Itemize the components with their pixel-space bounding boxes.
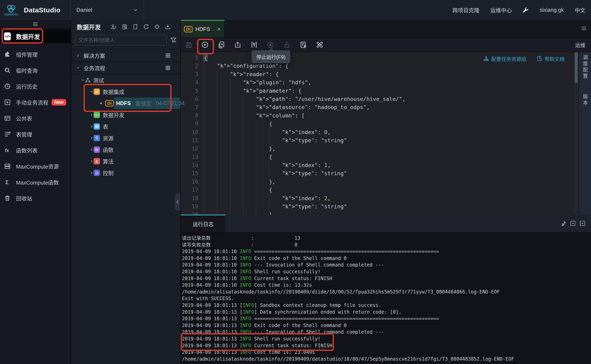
node-label: HDFS [116,100,131,106]
log-line: 2019-04-09 18:01:13 INFO Exit code of th… [182,322,591,329]
tree-node-函数[interactable]: fx函数 [71,144,180,156]
format-button[interactable] [316,41,324,49]
di-node-badge: Di [105,100,114,106]
tab-versions[interactable]: 版本 [581,94,589,106]
sidebar-item-code[interactable]: </>数据开发 [0,30,71,43]
language-switch[interactable]: 中文 [575,6,585,14]
workspace-select[interactable]: Daniel [71,0,144,20]
sidebar-item-trash[interactable]: 回收站 [0,190,71,206]
grid-view-icon[interactable] [165,65,171,71]
log-expand-icon[interactable] [570,220,576,226]
sidebar-item-fx[interactable]: fx函数列表 [0,142,71,158]
resource-group-link[interactable]: 配置任务资源组 [483,55,526,62]
code-icon: </> [93,112,100,118]
grid-view-icon[interactable] [165,53,171,58]
save-button[interactable] [185,41,192,49]
tree-section-1[interactable]: 业务流程 [71,62,180,74]
tab-close-icon[interactable]: ✕ [217,26,221,32]
chevron-right-icon [90,159,93,163]
tab-run-log[interactable]: 运行日志 [181,214,226,232]
tree-section-0[interactable]: 解决方案 [71,50,180,62]
unlock-button[interactable] [283,41,291,49]
tab-schedule-config[interactable]: 调度配置 [581,55,589,79]
run-log-panel: 运行日志 读出记录总数 : 13读写失败总数 [181,214,591,364]
pin-icon[interactable] [560,220,566,226]
username[interactable]: sixiang.gk [540,7,564,13]
di-node-badge: Di [184,26,193,32]
tree-node-表[interactable]: 表 [71,121,180,132]
sidebar-item-search[interactable]: 临时查询 [0,62,71,78]
wrench-icon[interactable] [523,7,529,13]
log-output[interactable]: 读出记录总数 : 13读写失败总数 : 02019-04-09 18:01:10… [181,233,591,364]
tree-node-测试[interactable]: 测试 [71,74,180,86]
tree-node-控制[interactable]: ◎控制 [71,167,180,179]
locate-icon[interactable] [154,24,160,30]
sidebar-item-puzzle[interactable]: 组件管理 [0,46,71,62]
help-doc-link[interactable]: 帮助文档 [537,55,564,62]
nav-collapse-button[interactable] [0,20,71,29]
sidebar-item-manual-flow[interactable]: 手动业务流程New [0,94,71,110]
tree-node-算法[interactable]: ±算法 [71,156,180,167]
sidebar-item-clock[interactable]: 运行历史 [0,78,71,94]
member-icon[interactable] [111,24,117,30]
left-nav-rail: </>数据开发组件管理临时查询运行历史手动业务流程New公共表表管理fx函数列表… [0,20,71,364]
code-line: 4 "k">"plugin": "hdfs", [181,78,574,86]
sidebar-item-label: 回收站 [16,194,32,202]
chevron-right-icon [90,171,93,175]
sidebar-item-mc-resource[interactable]: MaxCompute资源 [0,158,71,174]
log-line: /home/admin/alisatasknode/taskinfo//2019… [182,289,591,295]
log-line: 2019-04-09 18:01:10 INFO Shell run succe… [182,268,591,275]
advanced-run-button[interactable] [218,41,225,49]
cross-project-clone-link[interactable]: 跨项目克隆 [452,6,479,14]
new-file-icon[interactable] [132,24,138,30]
tab-list-menu-icon[interactable] [581,25,587,33]
tree-node-资源[interactable]: 资源 [71,132,180,144]
code-editor[interactable]: 配置任务资源组 帮助文档 1{2 "k">"configuration": {3… [181,52,579,214]
tree-node-数据开发[interactable]: </>数据开发 [71,109,180,121]
code-line: 7 "k">"datasource": "hadoop_to_odps", [181,103,574,111]
panel-collapse-handle[interactable]: ❮ [175,193,180,211]
top-bar: DataWorks DataStudio Daniel 跨项目克隆 运维中心 s… [0,0,591,20]
tree-node-di-HDFS[interactable]: DiHDFS我锁定04-07 21:34 [71,98,180,109]
stop-button[interactable] [267,41,274,49]
editor-column: Di HDFS ✕ 运维 停止运行(F9) 配置任务资源组 [181,20,591,364]
code-line: 15 "k">"type": "string" [181,169,574,177]
brand: DataWorks DataStudio [0,0,71,20]
search-input[interactable] [75,35,167,46]
editor-scrollbar-thumb[interactable] [575,52,578,83]
submit-button[interactable] [234,41,241,49]
ops-center-link[interactable]: 运维中心 [490,6,512,14]
tree-header: 数据开发 [71,20,180,33]
code-line: 6 "k">"path": "/user/hive/warehouse/hive… [181,95,574,103]
sidebar-item-table-manage[interactable]: 表管理 [0,126,71,142]
log-line: 2019-04-09 18:01:10 INFO Cost time is: 1… [182,282,591,289]
filter-icon[interactable] [170,37,177,44]
log-collapse-icon[interactable] [579,220,585,226]
editor-scrollbar[interactable] [574,52,579,214]
refresh-icon[interactable] [143,24,149,30]
trash-icon [4,195,11,202]
run-button[interactable] [201,41,209,49]
audit-icon[interactable] [122,24,127,30]
tree-node-数据集成[interactable]: ⇄数据集成 [71,86,180,98]
tab-hdfs[interactable]: Di HDFS ✕ [181,20,225,38]
ops-button[interactable]: 运维 [575,41,585,49]
section-label: 解决方案 [84,52,105,59]
code-line: 9 { [181,120,574,128]
data-integration-icon: ⇄ [93,89,100,95]
sidebar-item-public-table[interactable]: 公共表 [0,110,71,126]
sidebar-item-sigma[interactable]: ΣMaxCompute函数 [0,174,71,190]
smoke-test-button[interactable] [250,41,258,49]
node-label: 表 [103,123,108,130]
script-log-button[interactable] [299,41,307,49]
clock-icon [4,83,11,90]
sidebar-item-label: MaxCompute函数 [16,178,59,186]
new-badge: New [52,99,66,105]
log-line: 2019-04-09 18:01:13 INFO --- Invocation … [182,329,591,336]
code-line: 16 }, [181,178,574,186]
chevron-down-icon [133,8,138,12]
code-overlay-links: 配置任务资源组 帮助文档 [483,55,564,62]
chevron-right-icon [90,136,93,140]
algorithm-icon: ± [93,158,100,164]
import-icon[interactable] [165,24,171,30]
